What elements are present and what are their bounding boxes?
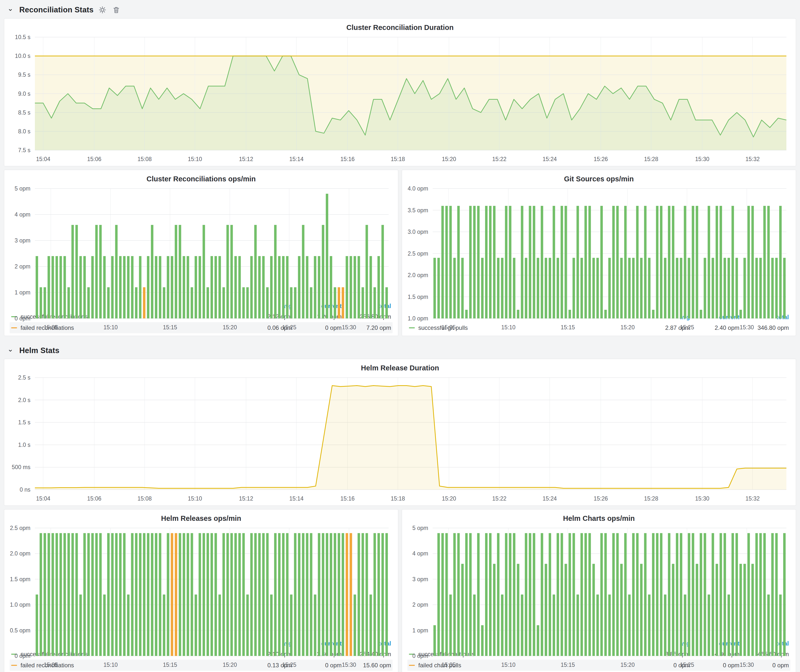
svg-text:4.0 opm: 4.0 opm	[408, 185, 428, 192]
svg-text:15:30: 15:30	[740, 324, 754, 331]
section-title-reconciliation: Reconciliation Stats	[19, 5, 93, 14]
svg-text:15:25: 15:25	[680, 324, 694, 331]
svg-text:15:15: 15:15	[560, 324, 575, 331]
svg-text:15:10: 15:10	[103, 662, 118, 668]
chart-cluster-reconciliations-opm[interactable]: 0 opm1 opm2 opm3 opm4 opm5 opm15:0515:10…	[7, 185, 395, 300]
svg-text:15:10: 15:10	[501, 662, 515, 668]
svg-text:0 opm: 0 opm	[14, 315, 30, 322]
svg-text:15:25: 15:25	[282, 324, 296, 331]
chart-git-sources-opm[interactable]: 1.0 opm1.5 opm2.0 opm2.5 opm3.0 opm3.5 o…	[405, 185, 793, 311]
section-title-helm: Helm Stats	[19, 346, 59, 355]
panel-helm-release-duration: Helm Release Duration 0 ns500 ms1.0 s1.5…	[4, 359, 796, 506]
svg-text:15:08: 15:08	[138, 495, 152, 502]
svg-text:15:15: 15:15	[560, 662, 575, 668]
svg-text:15:05: 15:05	[442, 324, 456, 331]
panel-title-git-sources-opm[interactable]: Git Sources ops/min	[405, 172, 793, 185]
svg-text:15:12: 15:12	[239, 156, 253, 162]
svg-text:1.5 opm: 1.5 opm	[408, 294, 428, 300]
svg-text:8.5 s: 8.5 s	[18, 109, 30, 116]
svg-text:15:06: 15:06	[87, 495, 101, 502]
svg-text:15:30: 15:30	[342, 662, 356, 668]
svg-text:15:16: 15:16	[341, 495, 355, 502]
svg-text:3.0 opm: 3.0 opm	[408, 229, 428, 235]
svg-text:15:20: 15:20	[621, 662, 635, 668]
svg-text:15:08: 15:08	[138, 156, 152, 162]
svg-text:10.0 s: 10.0 s	[15, 53, 30, 59]
svg-text:15:28: 15:28	[644, 495, 658, 502]
gear-icon[interactable]	[98, 5, 107, 15]
svg-text:2.0 opm: 2.0 opm	[10, 550, 30, 557]
svg-text:5 opm: 5 opm	[14, 185, 30, 192]
svg-text:15:26: 15:26	[594, 156, 608, 162]
panel-helm-releases-opm: Helm Releases ops/min 0 opm0.5 opm1.0 op…	[4, 509, 398, 672]
svg-text:15:10: 15:10	[188, 495, 202, 502]
svg-text:15:20: 15:20	[621, 324, 635, 331]
svg-text:9.0 s: 9.0 s	[18, 91, 30, 97]
chart-helm-releases-opm[interactable]: 0 opm0.5 opm1.0 opm1.5 opm2.0 opm2.5 opm…	[7, 524, 395, 638]
svg-text:15:15: 15:15	[163, 662, 177, 668]
panel-title-helm-charts-opm[interactable]: Helm Charts ops/min	[405, 511, 793, 524]
svg-text:1.0 s: 1.0 s	[18, 442, 30, 448]
svg-text:2 opm: 2 opm	[14, 263, 30, 270]
panel-title-cluster-reconciliation-duration[interactable]: Cluster Reconciliation Duration	[7, 21, 793, 33]
svg-text:15:10: 15:10	[501, 324, 515, 331]
section-header-reconciliation-stats[interactable]: Reconciliation Stats	[4, 2, 796, 18]
svg-text:15:25: 15:25	[680, 662, 694, 668]
svg-text:1 opm: 1 opm	[14, 289, 30, 296]
svg-text:15:14: 15:14	[289, 495, 304, 502]
chart-helm-release-duration[interactable]: 0 ns500 ms1.0 s1.5 s2.0 s2.5 s15:0415:06…	[7, 374, 793, 504]
svg-text:5 opm: 5 opm	[412, 525, 428, 531]
svg-text:4 opm: 4 opm	[412, 550, 428, 557]
svg-text:15:15: 15:15	[163, 324, 177, 331]
svg-text:15:16: 15:16	[341, 156, 355, 162]
trash-icon[interactable]	[111, 5, 121, 15]
svg-text:15:24: 15:24	[542, 495, 557, 502]
svg-text:2.0 s: 2.0 s	[18, 397, 30, 403]
svg-text:15:18: 15:18	[391, 156, 405, 162]
svg-text:15:30: 15:30	[740, 662, 754, 668]
svg-text:2.5 s: 2.5 s	[18, 374, 30, 381]
svg-text:2.5 opm: 2.5 opm	[10, 525, 30, 531]
svg-text:8.0 s: 8.0 s	[18, 128, 30, 134]
svg-text:0 ns: 0 ns	[20, 486, 30, 493]
panel-cluster-reconciliation-duration: Cluster Reconciliation Duration 7.5 s8.0…	[4, 18, 796, 166]
svg-text:15:24: 15:24	[542, 156, 557, 162]
svg-text:3.5 opm: 3.5 opm	[408, 207, 428, 214]
svg-text:15:30: 15:30	[695, 495, 709, 502]
svg-text:15:10: 15:10	[188, 156, 202, 162]
svg-text:15:05: 15:05	[44, 324, 58, 331]
svg-text:15:28: 15:28	[644, 156, 658, 162]
svg-text:0 opm: 0 opm	[412, 653, 428, 659]
svg-text:15:30: 15:30	[342, 324, 356, 331]
svg-text:15:25: 15:25	[282, 662, 296, 668]
svg-text:15:32: 15:32	[746, 495, 760, 502]
svg-text:1.0 opm: 1.0 opm	[408, 315, 428, 322]
svg-text:15:06: 15:06	[87, 156, 101, 162]
svg-text:1.5 opm: 1.5 opm	[10, 576, 30, 582]
svg-text:1.5 s: 1.5 s	[18, 419, 30, 426]
panel-title-helm-release-duration[interactable]: Helm Release Duration	[7, 361, 793, 374]
svg-text:2.0 opm: 2.0 opm	[408, 272, 428, 278]
svg-text:9.5 s: 9.5 s	[18, 72, 30, 78]
chart-helm-charts-opm[interactable]: 0 opm1 opm2 opm3 opm4 opm5 opm15:0515:10…	[405, 524, 793, 638]
svg-text:15:18: 15:18	[391, 495, 405, 502]
svg-text:15:32: 15:32	[746, 156, 760, 162]
svg-text:15:14: 15:14	[289, 156, 304, 162]
svg-text:3 opm: 3 opm	[14, 237, 30, 244]
svg-text:10.5 s: 10.5 s	[15, 34, 30, 40]
svg-text:0 opm: 0 opm	[14, 653, 30, 659]
svg-text:15:05: 15:05	[44, 662, 58, 668]
panel-helm-charts-opm: Helm Charts ops/min 0 opm1 opm2 opm3 opm…	[402, 509, 796, 672]
svg-text:15:10: 15:10	[103, 324, 118, 331]
svg-text:2.5 opm: 2.5 opm	[408, 250, 428, 257]
section-header-helm-stats[interactable]: Helm Stats	[4, 339, 796, 359]
svg-text:2 opm: 2 opm	[412, 602, 428, 608]
svg-text:0.5 opm: 0.5 opm	[10, 627, 30, 634]
panel-title-cluster-reconciliations-opm[interactable]: Cluster Reconciliations ops/min	[7, 172, 395, 185]
chevron-down-icon	[5, 5, 15, 15]
panel-title-helm-releases-opm[interactable]: Helm Releases ops/min	[7, 511, 395, 524]
svg-text:15:22: 15:22	[492, 156, 507, 162]
svg-text:15:22: 15:22	[492, 495, 507, 502]
svg-text:15:20: 15:20	[222, 324, 237, 331]
chart-cluster-reconciliation-duration[interactable]: 7.5 s8.0 s8.5 s9.0 s9.5 s10.0 s10.5 s15:…	[7, 33, 793, 164]
